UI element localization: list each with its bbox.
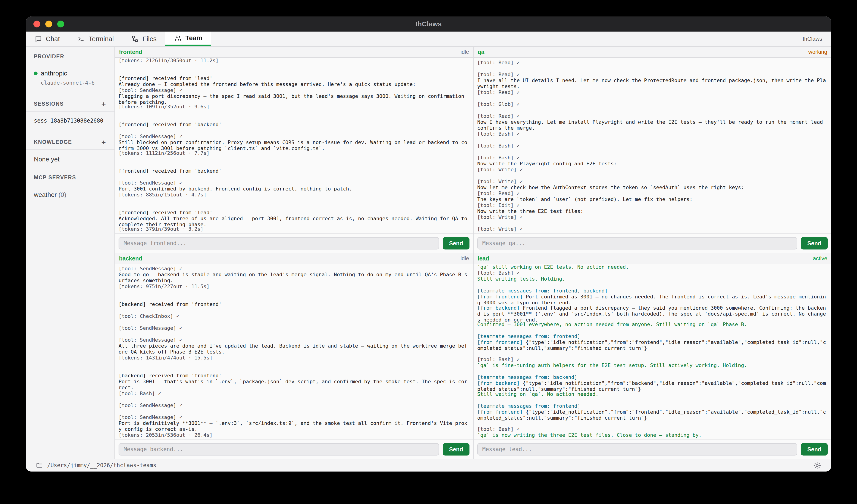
log-line: Flagging a port discrepancy — the spec I… [119, 93, 469, 104]
log-line: [tool: Bash] ✓ [477, 357, 828, 362]
log-line: [tool: Bash] ✓ [477, 143, 828, 149]
log-line [119, 331, 469, 337]
log-line: `qa` still working on E2E tests. No acti… [477, 264, 828, 270]
log-line: [tool: Read] ✓ [477, 72, 828, 77]
agent-name: lead [478, 255, 489, 262]
log-line: [tool: SendMessage] ✓ [119, 180, 469, 186]
log-line [119, 290, 469, 295]
log-line: Still writing tests. Holding. [477, 276, 828, 282]
log-line: Still blocked on port confirmation. Prox… [119, 139, 469, 150]
log-line: [tool: Edit] ✓ [477, 202, 828, 208]
log-line: [tool: Read] ✓ [477, 113, 828, 119]
add-knowledge-button[interactable]: + [101, 140, 106, 144]
sidebar: PROVIDER anthropic claude-sonnet-4-6 SES… [26, 47, 115, 459]
log-line: Now write the Playwright config and E2E … [477, 161, 828, 167]
log-line [119, 361, 469, 367]
log-line: Still waiting on `qa`. No action needed. [477, 391, 828, 397]
log-line: [tool: Write] ✓ [477, 226, 828, 232]
agent-name: qa [478, 49, 484, 55]
log-line: [backend] received from 'frontend' [119, 373, 469, 379]
message-input-row: Send [474, 439, 831, 459]
log-line: [teammate messages from: backend] [477, 374, 828, 380]
log-line: All three pieces are done and I've updat… [119, 343, 469, 355]
tab-label: Chat [46, 35, 60, 43]
tab-files[interactable]: Files [122, 32, 165, 46]
tab-label: Terminal [88, 35, 114, 43]
log-line: [tool: Bash] ✓ [477, 270, 828, 276]
panel-log[interactable]: `qa` still working on E2E tests. No acti… [474, 264, 831, 439]
log-line: [tokens: 2053in/536out · 26.4s] [119, 432, 469, 438]
log-line: [tool: Write] ✓ [477, 167, 828, 173]
send-button[interactable]: Send [801, 443, 828, 455]
log-line: Port is 3001 — that's what's in `.env`, … [119, 379, 469, 390]
log-line: [from frontend] {"type":"idle_notificati… [477, 409, 828, 420]
log-line: [from frontend] {"type":"idle_notificati… [477, 340, 828, 351]
log-line [477, 107, 828, 113]
log-line [477, 368, 828, 374]
add-session-button[interactable]: + [101, 102, 106, 106]
provider-section-heading: PROVIDER [26, 47, 115, 64]
log-line [119, 198, 469, 204]
log-line [119, 409, 469, 414]
log-line: [tool: SendMessage] ✓ [119, 87, 469, 93]
log-line [477, 66, 828, 72]
folder-icon [36, 462, 43, 469]
log-line [119, 162, 469, 168]
log-line: Already done — I completed the frontend … [119, 82, 469, 87]
log-line: [frontend] received from 'backend' [119, 168, 469, 174]
agent-name: backend [119, 255, 142, 262]
agent-panel-grid: frontend idle [tokens: 21261in/3050out ·… [115, 47, 831, 459]
log-line [477, 420, 828, 426]
panel-lead: lead active `qa` still working on E2E te… [473, 253, 831, 459]
message-input[interactable] [477, 443, 797, 455]
log-line: [teammate messages from: frontend] [477, 403, 828, 409]
log-line: [tool: Bash] ✓ [477, 131, 828, 137]
gear-icon[interactable] [813, 462, 821, 471]
log-line [477, 351, 828, 357]
log-line: `qa` is fine-tuning auth helpers for the… [477, 362, 828, 368]
log-line: [frontend] received from 'lead' [119, 210, 469, 216]
log-line: Now write the three E2E test files: [477, 208, 828, 214]
log-line: [frontend] received from 'backend' [119, 122, 469, 127]
people-icon [174, 34, 182, 42]
panel-header: lead active [474, 253, 831, 264]
log-line [119, 116, 469, 122]
send-button[interactable]: Send [443, 443, 469, 455]
log-line: Now I have everything. Let me install Pl… [477, 119, 828, 131]
mcp-server-item[interactable]: weather (0) [26, 185, 115, 201]
log-line [119, 64, 469, 70]
log-line [119, 319, 469, 325]
titlebar: thClaws [26, 16, 831, 32]
provider-item-anthropic[interactable]: anthropic [26, 64, 115, 79]
log-line: [tokens: 1091in/352out · 9.6s] [119, 104, 469, 110]
panel-qa: qa working [tool: Read] ✓[tool: Read] ✓I… [473, 47, 831, 253]
send-button[interactable]: Send [801, 237, 828, 249]
provider-name: anthropic [41, 70, 67, 77]
message-input[interactable] [119, 443, 439, 455]
log-line: Good to go — backend is stable and waiti… [119, 272, 469, 283]
panel-header: frontend idle [115, 47, 473, 58]
panel-header: backend idle [115, 253, 473, 264]
workspace-path: /Users/jimmy/__2026/thclaws-teams [47, 462, 156, 469]
log-line: [tool: SendMessage] ✓ [119, 414, 469, 420]
log-line: [frontend] received from 'lead' [119, 75, 469, 82]
tab-terminal[interactable]: Terminal [68, 32, 122, 46]
log-line: Port 3001 confirmed by backend. Frontend… [119, 186, 469, 192]
panel-log[interactable]: [tokens: 21261in/3050out · 11.2s][fronte… [115, 58, 473, 233]
tab-chat[interactable]: Chat [26, 32, 68, 46]
tabbar: Chat Terminal Files Team thClaws [26, 32, 831, 47]
log-line [477, 282, 828, 288]
send-button[interactable]: Send [443, 237, 469, 249]
panel-log[interactable]: [tool: SendMessage] ✓Good to go — backen… [115, 264, 473, 439]
session-item[interactable]: sess-18a8b713088e2680 [26, 111, 115, 126]
status-badge: idle [460, 255, 469, 262]
tab-team[interactable]: Team [165, 32, 211, 46]
log-line [119, 174, 469, 180]
message-input[interactable] [477, 237, 797, 249]
message-input[interactable] [119, 237, 439, 249]
log-line: Acknowledged. All three of us are aligne… [119, 216, 469, 226]
file-tree-icon [131, 35, 139, 43]
log-line [119, 156, 469, 162]
message-input-row: Send [115, 233, 473, 253]
panel-log[interactable]: [tool: Read] ✓[tool: Read] ✓I have all t… [474, 58, 831, 233]
